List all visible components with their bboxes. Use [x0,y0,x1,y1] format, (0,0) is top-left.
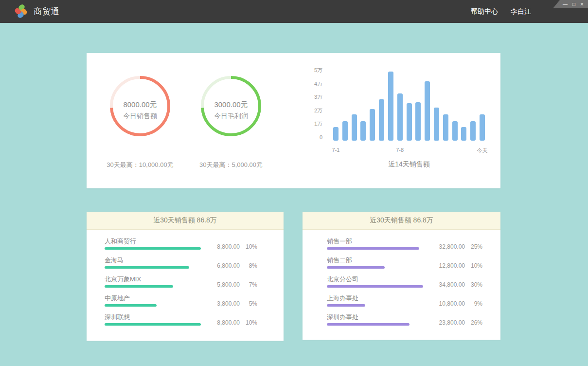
daily-sales-bar [352,114,357,141]
row-percent: 30% [465,281,482,288]
row-hbar [327,266,385,269]
titlebar: 商贸通 帮助中心 李白江 [0,0,588,23]
daily-sales-bar [370,109,375,141]
app-logo-pinwheel-icon [15,5,27,18]
x-axis-tick-label: 今天 [477,147,488,154]
row-hbar [327,304,365,307]
row-amount: 34,800.00 [433,281,465,288]
list-row: 人和商贸行8,800.0010% [105,237,284,256]
list-row: 销售一部32,800.0025% [327,237,500,256]
row-amount: 8,800.00 [208,319,240,326]
y-axis-tick-label: 3万 [301,93,322,100]
daily-sales-bar [360,121,366,141]
row-amount: 12,800.00 [433,262,465,269]
row-percent: 10% [240,243,257,250]
row-amount: 3,800.00 [208,300,240,307]
list-row: 深圳联想8,800.0010% [105,313,284,332]
today-sales-label: 今日销售额 [110,112,170,121]
row-amount: 10,800.00 [433,300,465,307]
bar-chart-title: 近14天销售额 [388,160,430,169]
customers-panel-body: 人和商贸行8,800.0010%金海马6,800.008%北京万象MIX5,80… [87,230,284,332]
x-axis-tick-label: 7-8 [396,147,404,153]
row-figures: 8,800.0010% [208,243,257,250]
daily-sales-bar [461,127,466,141]
row-figures: 32,800.0025% [433,243,482,250]
customers-panel-title: 近30天销售额 86.8万 [87,212,284,230]
y-axis-tick-label: 2万 [301,107,322,114]
daily-sales-bar [443,114,448,141]
row-figures: 12,800.0010% [433,262,482,269]
row-figures: 3,800.005% [208,300,257,307]
row-figures: 23,800.0026% [433,319,482,326]
list-row: 金海马6,800.008% [105,256,284,275]
daily-sales-bar [333,127,339,141]
row-percent: 26% [465,319,482,326]
row-hbar [105,285,173,288]
departments-panel-body: 销售一部32,800.0025%销售二部12,800.0010%北京分公司34,… [303,230,500,332]
daily-sales-bar [415,102,421,141]
row-amount: 23,800.00 [433,319,465,326]
help-center-link[interactable]: 帮助中心 [471,7,498,16]
daily-sales-bar [388,72,393,141]
row-figures: 10,800.009% [433,300,482,307]
departments-panel-title: 近30天销售额 86.8万 [303,212,500,230]
today-sales-value: 8000.00元 [110,100,170,110]
daily-sales-bar [434,108,439,141]
row-amount: 32,800.00 [433,243,465,250]
today-profit-donut: 3000.00元 今日毛利润 30天最高：5,000.00元 [201,76,261,136]
y-axis-tick-label: 1万 [301,120,322,127]
customers-sales-panel: 近30天销售额 86.8万 人和商贸行8,800.0010%金海马6,800.0… [87,212,284,341]
row-percent: 9% [465,300,482,307]
today-sales-donut: 8000.00元 今日销售额 30天最高：10,000.00元 [110,76,170,136]
today-profit-value: 3000.00元 [201,100,261,110]
today-profit-30day-max: 30天最高：5,000.00元 [199,161,263,169]
y-axis-tick-label: 0 [301,134,322,141]
daily-sales-bar [397,93,403,141]
app-title: 商贸通 [34,6,60,17]
row-figures: 34,800.0030% [433,281,482,288]
row-percent: 10% [240,319,257,326]
row-hbar [327,323,410,326]
row-hbar [105,247,201,250]
row-amount: 8,800.00 [208,243,240,250]
row-figures: 6,800.008% [208,262,257,269]
daily-sales-bar [407,103,412,141]
today-sales-30day-max: 30天最高：10,000.00元 [107,161,173,169]
bar-chart-plot-area [333,72,485,141]
row-amount: 5,800.00 [208,281,240,288]
today-profit-label: 今日毛利润 [201,112,261,121]
row-hbar [327,247,419,250]
daily-sales-bar [470,121,476,141]
row-percent: 8% [240,262,257,269]
row-percent: 10% [465,262,482,269]
daily-sales-bar [425,81,430,141]
row-percent: 5% [240,300,257,307]
row-percent: 25% [465,243,482,250]
minimize-icon[interactable]: — [563,2,568,7]
x-axis-tick-label: 7-1 [332,147,340,153]
list-row: 北京万象MIX5,800.007% [105,275,284,294]
list-row: 深圳办事处23,800.0026% [327,313,500,332]
close-icon[interactable]: × [580,2,584,7]
username-menu[interactable]: 李白江 [511,7,531,16]
row-hbar [327,285,423,288]
y-axis-tick-label: 5万 [301,67,322,73]
list-row: 北京分公司34,800.0030% [327,275,500,294]
row-figures: 5,800.007% [208,281,257,288]
row-percent: 7% [240,281,257,288]
list-row: 销售二部12,800.0010% [327,256,500,275]
maximize-icon[interactable]: □ [572,2,575,7]
row-amount: 6,800.00 [208,262,240,269]
daily-sales-bar [480,114,485,141]
summary-card: 8000.00元 今日销售额 30天最高：10,000.00元 3000.00元… [87,53,500,188]
row-hbar [105,323,201,326]
row-hbar [105,304,157,307]
row-hbar [105,266,189,269]
sales-14day-bar-chart: 近14天销售额 01万2万3万4万5万7-17-8今天 [301,53,500,188]
list-row: 上海办事处10,800.009% [327,294,500,313]
y-axis-tick-label: 4万 [301,80,322,87]
daily-sales-bar [342,121,348,141]
departments-sales-panel: 近30天销售额 86.8万 销售一部32,800.0025%销售二部12,800… [303,212,500,340]
daily-sales-bar [379,99,384,141]
list-row: 中原地产3,800.005% [105,294,284,313]
